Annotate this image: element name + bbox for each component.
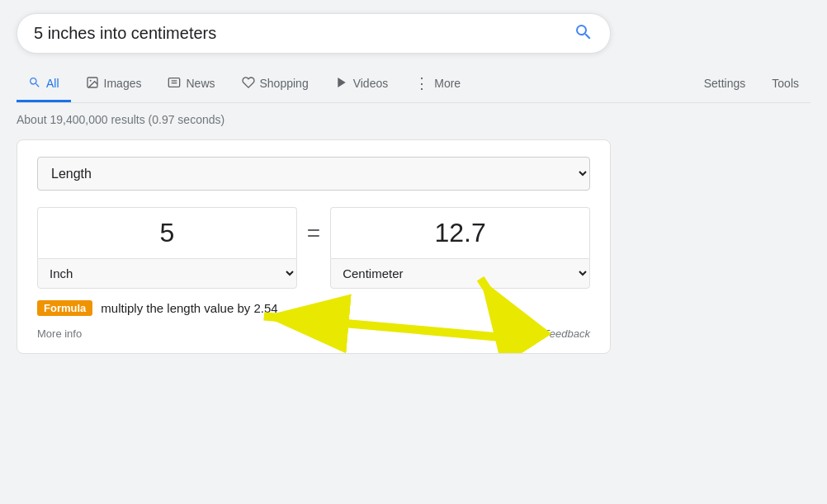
nav-tabs: All Images News Shopping Videos [17,65,810,103]
shopping-icon [242,76,255,92]
search-button[interactable] [574,22,593,45]
from-value-input[interactable] [37,207,297,258]
to-unit-select[interactable]: Centimeter [330,258,590,289]
more-info-link[interactable]: More info [37,327,82,340]
results-count-text: About 19,400,000 results (0.97 seconds) [17,113,224,126]
equals-sign: = [307,220,320,276]
tab-videos-label: Videos [353,77,389,90]
tab-settings-label: Settings [704,77,746,90]
tab-more[interactable]: ⋮ More [403,66,472,103]
to-value-box: Centimeter [330,207,590,289]
more-info-row: More info Feedback [37,327,590,340]
formula-text: multiply the length value by 2.54 [101,301,277,315]
tab-shopping[interactable]: Shopping [230,68,320,102]
videos-icon [335,76,348,92]
tab-all[interactable]: All [17,68,71,102]
to-value-input[interactable] [330,207,590,258]
tab-news[interactable]: News [156,68,226,102]
calculator-card: Length Inch = Centimeter Formul [17,139,611,354]
tab-news-label: News [186,77,215,90]
more-icon: ⋮ [414,74,429,92]
formula-badge: Formula [37,300,92,316]
tab-shopping-label: Shopping [260,77,309,90]
search-input[interactable] [34,24,574,43]
results-count: About 19,400,000 results (0.97 seconds) [17,113,810,126]
tab-settings[interactable]: Settings [692,68,758,101]
tab-more-label: More [434,77,461,90]
svg-marker-5 [338,78,345,87]
from-unit-select[interactable]: Inch [37,258,297,289]
search-bar [17,13,611,54]
tab-images-label: Images [104,77,142,90]
all-icon [28,76,41,92]
tab-tools[interactable]: Tools [760,68,810,101]
images-icon [86,76,99,92]
tab-images[interactable]: Images [74,68,154,102]
tab-all-label: All [46,77,59,90]
from-value-box: Inch [37,207,297,289]
svg-point-1 [89,79,91,81]
tab-videos[interactable]: Videos [324,68,400,102]
conversion-row: Inch = Centimeter [37,207,590,289]
formula-row: Formula multiply the length value by 2.5… [37,300,590,316]
page-container: All Images News Shopping Videos [0,0,827,504]
feedback-link[interactable]: Feedback [543,327,590,340]
search-icon [574,22,593,42]
news-icon [168,76,181,92]
tab-tools-label: Tools [772,77,799,90]
unit-type-select[interactable]: Length [37,157,590,191]
